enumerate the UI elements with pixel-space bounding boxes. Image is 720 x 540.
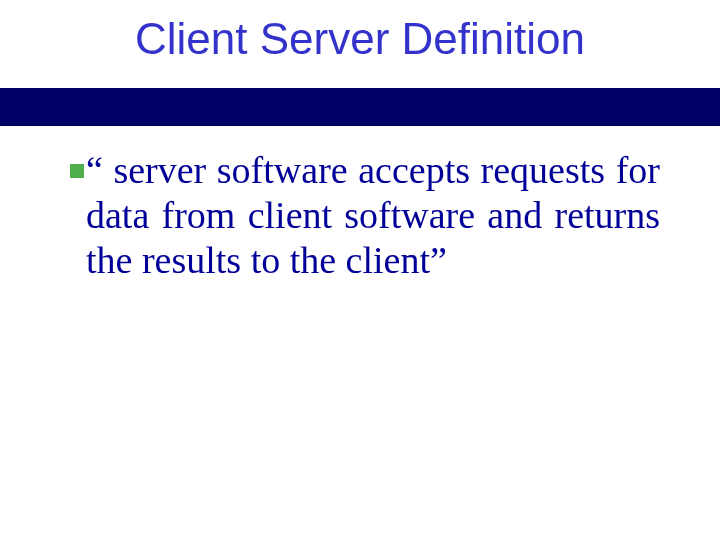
slide: Client Server Definition “ server softwa…	[0, 0, 720, 540]
title-underline-band	[0, 88, 720, 126]
square-bullet-icon	[70, 164, 84, 178]
bullet-item: “ server software accepts requests for d…	[70, 148, 660, 282]
slide-title: Client Server Definition	[0, 14, 720, 64]
bullet-text: “ server software accepts requests for d…	[86, 148, 660, 282]
slide-body: “ server software accepts requests for d…	[70, 148, 660, 282]
